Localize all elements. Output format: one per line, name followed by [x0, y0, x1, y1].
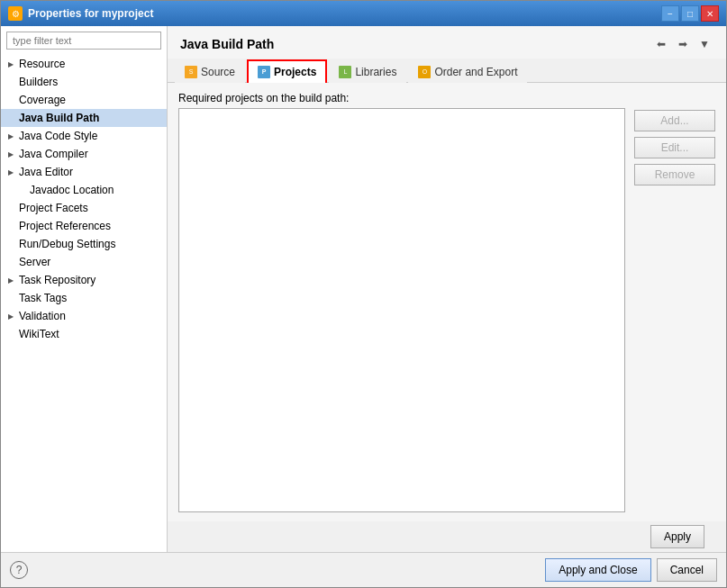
content-area: Required projects on the build path: Add…	[168, 83, 726, 521]
sidebar-item-label-java-code-style: Java Code Style	[19, 130, 97, 142]
tab-icon-source: S	[185, 66, 197, 78]
sidebar-item-java-build-path[interactable]: Java Build Path	[1, 109, 167, 127]
action-buttons-panel: Add... Edit... Remove	[634, 92, 715, 512]
expand-arrow-resource: ▶	[8, 60, 14, 68]
dialog-icon: ⚙	[8, 6, 23, 21]
properties-dialog: ⚙ Properties for myproject − □ ✕ ▶Resour…	[0, 0, 727, 588]
sidebar-item-task-repository[interactable]: ▶Task Repository	[1, 271, 167, 289]
expand-arrow-task-repository: ▶	[8, 276, 14, 285]
sidebar-item-java-compiler[interactable]: ▶Java Compiler	[1, 145, 167, 163]
dialog-title: Properties for myproject	[28, 7, 153, 20]
sidebar-item-label-coverage: Coverage	[19, 94, 66, 106]
sidebar-item-label-java-build-path: Java Build Path	[19, 112, 99, 124]
sidebar: ▶ResourceBuildersCoverageJava Build Path…	[1, 26, 168, 552]
tab-libraries[interactable]: LLibraries	[329, 59, 406, 83]
tab-source[interactable]: SSource	[175, 59, 245, 83]
sidebar-item-server[interactable]: Server	[1, 253, 167, 271]
sidebar-item-label-task-repository: Task Repository	[19, 274, 95, 286]
sidebar-item-label-builders: Builders	[19, 76, 58, 88]
expand-arrow-java-compiler: ▶	[8, 150, 14, 158]
sidebar-item-label-project-facets: Project Facets	[19, 202, 88, 214]
sidebar-item-javadoc-location[interactable]: Javadoc Location	[1, 181, 167, 199]
sidebar-item-project-references[interactable]: Project References	[1, 217, 167, 235]
title-controls: − □ ✕	[661, 5, 719, 22]
tab-icon-order-export: O	[418, 66, 431, 78]
bottom-bar: ? Apply and Close Cancel	[1, 552, 726, 587]
sidebar-item-project-facets[interactable]: Project Facets	[1, 199, 167, 217]
main-content: Java Build Path ⬅ ➡ ▼ SSourcePProjectsLL…	[168, 26, 726, 552]
sidebar-item-label-project-references: Project References	[19, 220, 111, 232]
sidebar-item-resource[interactable]: ▶Resource	[1, 55, 167, 73]
help-button[interactable]: ?	[10, 561, 28, 579]
sidebar-item-label-resource: Resource	[19, 58, 65, 70]
dialog-body: ▶ResourceBuildersCoverageJava Build Path…	[1, 26, 726, 552]
tab-label-source: Source	[201, 66, 235, 78]
sidebar-item-label-java-editor: Java Editor	[19, 166, 73, 178]
edit-button[interactable]: Edit...	[634, 137, 715, 158]
expand-arrow-java-editor: ▶	[8, 168, 14, 176]
cancel-button[interactable]: Cancel	[657, 558, 717, 582]
tab-icon-libraries: L	[339, 66, 351, 78]
tab-label-projects: Projects	[274, 66, 316, 78]
header-icons: ⬅ ➡ ▼	[652, 35, 713, 53]
projects-list[interactable]	[178, 108, 625, 512]
tab-order-export[interactable]: OOrder and Export	[408, 59, 527, 83]
add-button[interactable]: Add...	[634, 110, 715, 131]
expand-arrow-validation: ▶	[8, 312, 14, 321]
main-header: Java Build Path ⬅ ➡ ▼	[168, 26, 726, 59]
sidebar-item-run-debug-settings[interactable]: Run/Debug Settings	[1, 235, 167, 253]
tab-icon-projects: P	[258, 66, 270, 78]
expand-arrow-java-code-style: ▶	[8, 132, 14, 140]
apply-close-button[interactable]: Apply and Close	[545, 558, 650, 582]
tabs-bar: SSourcePProjectsLLibrariesOOrder and Exp…	[168, 59, 726, 83]
filter-input[interactable]	[6, 32, 161, 50]
maximize-button[interactable]: □	[681, 5, 699, 22]
main-title: Java Build Path	[180, 37, 274, 51]
apply-row: Apply	[168, 521, 726, 552]
title-bar: ⚙ Properties for myproject − □ ✕	[1, 1, 726, 26]
sidebar-item-label-validation: Validation	[19, 310, 66, 322]
sidebar-item-label-wikitext: WikiText	[19, 328, 59, 340]
tab-label-order-export: Order and Export	[434, 66, 517, 78]
minimize-button[interactable]: −	[661, 5, 679, 22]
list-panel: Required projects on the build path:	[178, 92, 625, 512]
sidebar-item-builders[interactable]: Builders	[1, 73, 167, 91]
back-button[interactable]: ⬅	[652, 35, 670, 53]
tab-projects[interactable]: PProjects	[247, 59, 327, 83]
sidebar-item-java-editor[interactable]: ▶Java Editor	[1, 163, 167, 181]
sidebar-item-label-run-debug-settings: Run/Debug Settings	[19, 238, 115, 250]
sidebar-item-wikitext[interactable]: WikiText	[1, 325, 167, 343]
sidebar-item-coverage[interactable]: Coverage	[1, 91, 167, 109]
tab-label-libraries: Libraries	[355, 66, 396, 78]
content-label: Required projects on the build path:	[178, 92, 625, 104]
sidebar-item-java-code-style[interactable]: ▶Java Code Style	[1, 127, 167, 145]
sidebar-item-label-javadoc-location: Javadoc Location	[30, 184, 114, 196]
apply-button[interactable]: Apply	[650, 525, 704, 548]
sidebar-item-validation[interactable]: ▶Validation	[1, 307, 167, 325]
remove-button[interactable]: Remove	[634, 164, 715, 185]
sidebar-item-task-tags[interactable]: Task Tags	[1, 289, 167, 307]
sidebar-item-label-server: Server	[19, 256, 50, 268]
close-button[interactable]: ✕	[701, 5, 719, 22]
sidebar-item-label-java-compiler: Java Compiler	[19, 148, 88, 160]
sidebar-item-label-task-tags: Task Tags	[19, 292, 67, 304]
menu-button[interactable]: ▼	[695, 35, 713, 53]
forward-button[interactable]: ➡	[674, 35, 692, 53]
title-bar-left: ⚙ Properties for myproject	[8, 6, 153, 21]
